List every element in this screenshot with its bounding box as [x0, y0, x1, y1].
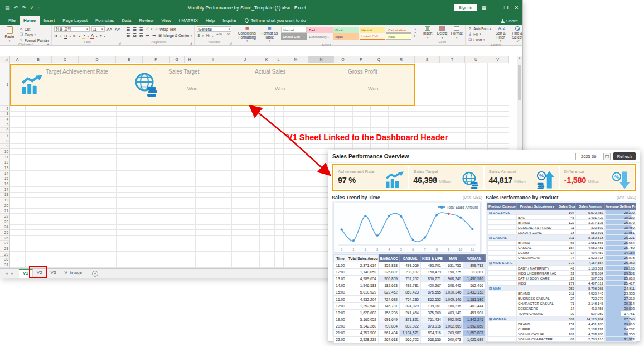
row-header-23[interactable]: 23: [0, 219, 10, 225]
accounting-format-icon[interactable]: $: [197, 33, 200, 38]
cell-style-explanatory-[interactable]: Explanatory...: [307, 33, 333, 40]
merge-center-button[interactable]: ▣Merge & Center▾: [158, 33, 192, 38]
restore-icon[interactable]: ❐: [503, 5, 508, 11]
fill-color-icon[interactable]: ◔: [82, 33, 86, 39]
tell-me-box[interactable]: Tell me what you want to do: [245, 18, 306, 25]
row-header-31[interactable]: 31: [0, 262, 10, 268]
alignment-dialog-launcher[interactable]: ◢: [190, 41, 192, 45]
row-header-5[interactable]: 5: [0, 122, 10, 128]
format-cells-button[interactable]: Format▾: [451, 26, 463, 39]
category-cell[interactable]: ⊟ CASUAL: [488, 235, 517, 240]
select-all-corner[interactable]: [0, 56, 10, 63]
menu-tab-file[interactable]: File: [4, 16, 20, 25]
menu-tab-review[interactable]: Review: [135, 16, 157, 25]
calendar-icon[interactable]: [603, 153, 611, 160]
row-header-6[interactable]: 6: [0, 128, 10, 133]
row-header-27[interactable]: 27: [0, 241, 10, 246]
menu-tab-data[interactable]: Data: [118, 16, 135, 25]
align-right-icon[interactable]: ☴: [139, 33, 144, 38]
row-header-10[interactable]: 10: [0, 149, 10, 155]
align-top-icon[interactable]: ☰: [125, 27, 130, 32]
row-header-25[interactable]: 25: [0, 230, 10, 236]
row-header-20[interactable]: 20: [0, 203, 10, 209]
comma-style-icon[interactable]: ,: [212, 33, 214, 38]
number-format-select[interactable]: General▾: [197, 26, 231, 32]
minimize-icon[interactable]: —: [492, 5, 497, 11]
category-cell[interactable]: ⊟ WOMAN: [488, 316, 517, 321]
bold-button[interactable]: B: [54, 33, 58, 39]
format-as-table-button[interactable]: ▦ Format as Table▾: [260, 26, 279, 43]
close-icon[interactable]: ✕: [514, 5, 519, 11]
menu-tab-inquire[interactable]: Inquire: [219, 16, 240, 25]
scrollbar-thumb[interactable]: [518, 65, 521, 100]
column-header-T[interactable]: T: [440, 56, 465, 63]
row-header-8[interactable]: 8: [0, 138, 10, 144]
column-header-K[interactable]: K: [259, 56, 274, 63]
conditional-formatting-button[interactable]: ▦ Conditional Formatting▾: [236, 26, 258, 43]
row-header-21[interactable]: 21: [0, 208, 10, 214]
row-header-26[interactable]: 26: [0, 236, 10, 241]
column-header-D[interactable]: D: [79, 56, 116, 63]
insert-cells-button[interactable]: Insert▾: [422, 26, 434, 39]
next-sheet-icon[interactable]: ▸: [12, 271, 14, 276]
grow-font-icon[interactable]: A˄: [106, 27, 113, 32]
row-header-30[interactable]: 30: [0, 257, 10, 262]
cell-style-check-cell[interactable]: Check Cell: [281, 33, 307, 40]
menu-tab-i-matrix[interactable]: i-MATRIX: [175, 16, 202, 25]
fill-button[interactable]: ⤓Fill▾: [468, 32, 491, 36]
row-header-28[interactable]: 28: [0, 246, 10, 252]
row-header-19[interactable]: 19: [0, 198, 10, 203]
cell-style-calculation[interactable]: Calculation: [386, 27, 411, 33]
collapse-ribbon-icon[interactable]: ⌃: [517, 40, 520, 44]
row-header-16[interactable]: 16: [0, 181, 10, 187]
row-header-3[interactable]: 3: [0, 112, 10, 117]
column-header-M[interactable]: M: [283, 56, 309, 63]
sort-filter-button[interactable]: A↓Z Sort & Filter▾: [493, 26, 508, 43]
font-color-icon[interactable]: A: [90, 33, 94, 39]
row-header-4[interactable]: 4: [0, 117, 10, 122]
shrink-font-icon[interactable]: A˅: [114, 27, 120, 32]
column-header-O[interactable]: O: [334, 56, 352, 63]
ribbon-display-icon[interactable]: ▦: [482, 5, 487, 11]
column-header-B[interactable]: B: [25, 56, 52, 63]
prev-sheet-icon[interactable]: ◂: [6, 271, 8, 276]
category-cell[interactable]: ⊟ MAN: [488, 286, 517, 291]
column-header-H[interactable]: H: [185, 56, 195, 63]
indent-increase-icon[interactable]: ⇥: [152, 33, 156, 38]
column-header-R[interactable]: R: [388, 56, 415, 63]
align-bottom-icon[interactable]: ☰: [139, 27, 144, 32]
sheet-tab-v_image[interactable]: V_image: [60, 269, 86, 278]
orientation-icon[interactable]: ⟋: [146, 26, 149, 32]
styles-gallery-scroll[interactable]: ▲▼≡: [414, 26, 417, 39]
percent-style-icon[interactable]: %: [205, 33, 210, 38]
column-header-V[interactable]: V: [487, 56, 509, 63]
clipboard-dialog-launcher[interactable]: ◢: [47, 42, 49, 45]
column-header-L[interactable]: L: [274, 56, 283, 63]
column-header-I[interactable]: I: [195, 56, 231, 63]
font-size-select[interactable]: 11▾: [91, 26, 105, 32]
format-painter-button[interactable]: ✎Format Painter: [19, 38, 49, 42]
category-cell[interactable]: ⊟ BAG&ACC: [488, 210, 517, 215]
menu-tab-home[interactable]: Home: [20, 16, 40, 25]
underline-button[interactable]: U: [64, 33, 67, 39]
row-header-24[interactable]: 24: [0, 224, 10, 230]
cell-style-neutral[interactable]: Neutral: [360, 27, 385, 33]
column-header-Q[interactable]: Q: [370, 56, 388, 63]
sheet-tab-v3[interactable]: V3: [47, 269, 61, 278]
phonetic-icon[interactable]: ᵃ⁄: [99, 33, 102, 39]
row-header-11[interactable]: 11: [0, 155, 10, 160]
column-header-N[interactable]: N: [309, 56, 334, 63]
share-button[interactable]: Share: [501, 18, 518, 23]
cell-style-input[interactable]: Input: [333, 33, 359, 40]
delete-cells-button[interactable]: Delete▾: [436, 26, 448, 39]
column-header-S[interactable]: S: [415, 56, 440, 63]
column-header-G[interactable]: G: [170, 56, 185, 63]
align-left-icon[interactable]: ☱: [125, 33, 130, 38]
autosum-button[interactable]: ΣAutoSum▾: [468, 27, 491, 31]
row-header-15[interactable]: 15: [0, 176, 10, 182]
italic-button[interactable]: I: [60, 33, 62, 39]
row-header-1[interactable]: 1: [0, 63, 10, 106]
category-cell[interactable]: ⊟ KIDS & LIFE: [488, 260, 517, 265]
row-header-13[interactable]: 13: [0, 165, 10, 171]
align-center-icon[interactable]: ☲: [132, 33, 137, 38]
